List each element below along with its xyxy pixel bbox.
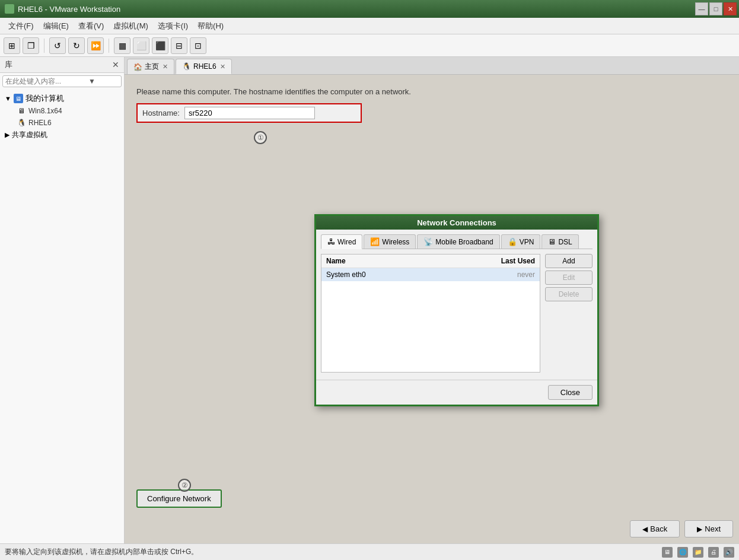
status-text: 要将输入定向到该虚拟机，请在虚拟机内部单击或按 Ctrl+G。 xyxy=(5,547,198,557)
main-layout: 库 ✕ ▼ ▼ 🖥 我的计算机 🖥 Win8.1x64 🐧 RHEL6 xyxy=(0,57,739,543)
home-tab-close[interactable]: ✕ xyxy=(163,63,168,71)
toolbar-btn-5[interactable]: ⏩ xyxy=(87,37,104,54)
toolbar-btn-4[interactable]: ↻ xyxy=(68,37,85,54)
close-dialog-button[interactable]: Close xyxy=(548,385,593,400)
configure-network-area: ② Configure Network xyxy=(136,489,222,508)
app-icon xyxy=(5,4,14,14)
statusbar-right: 🖥 🌐 📁 🖨 🔊 xyxy=(662,547,734,558)
vpn-tab-label: VPN xyxy=(520,238,534,246)
hostname-input[interactable] xyxy=(184,107,315,119)
step-circle-2: ② xyxy=(178,479,191,492)
list-header: Name Last Used xyxy=(321,254,540,268)
net-tab-dsl[interactable]: 🖥 DSL xyxy=(541,234,578,249)
back-label: Back xyxy=(650,524,667,533)
toolbar-btn-2[interactable]: ❐ xyxy=(23,37,39,54)
rhel6-label: RHEL6 xyxy=(28,119,52,127)
sidebar-children: 🖥 Win8.1x64 🐧 RHEL6 xyxy=(2,105,122,129)
back-button[interactable]: ◀ Back xyxy=(630,520,680,537)
window-controls: — □ ✕ xyxy=(695,2,737,15)
content-area: 🏠 主页 ✕ 🐧 RHEL6 ✕ Please name this comput… xyxy=(125,57,739,543)
dsl-tab-label: DSL xyxy=(558,238,572,246)
expand-arrow-icon: ▼ xyxy=(5,95,11,102)
net-tab-vpn[interactable]: 🔒 VPN xyxy=(501,234,541,249)
hostname-section: Please name this computer. The hostname … xyxy=(136,87,727,123)
network-list-area: Name Last Used System eth0 never Add xyxy=(321,254,593,373)
sidebar-item-rhel6[interactable]: 🐧 RHEL6 xyxy=(14,117,122,129)
sidebar-close-button[interactable]: ✕ xyxy=(112,60,119,69)
sidebar: 库 ✕ ▼ ▼ 🖥 我的计算机 🖥 Win8.1x64 🐧 RHEL6 xyxy=(0,57,125,543)
toolbar-btn-6[interactable]: ▦ xyxy=(114,37,130,54)
sidebar-search-input[interactable] xyxy=(5,77,88,85)
sidebar-title: 库 xyxy=(5,59,12,70)
col-used-header: Last Used xyxy=(488,257,535,265)
menubar: 文件(F) 编辑(E) 查看(V) 虚拟机(M) 选项卡(I) 帮助(H) xyxy=(0,18,739,34)
tabs-bar: 🏠 主页 ✕ 🐧 RHEL6 ✕ xyxy=(125,57,739,75)
configure-network-button[interactable]: Configure Network xyxy=(136,489,222,508)
network-list: Name Last Used System eth0 never xyxy=(321,254,540,373)
toolbar-btn-8[interactable]: ⬛ xyxy=(152,37,168,54)
connection-last-used: never xyxy=(488,271,535,279)
hostname-label: Hostname: xyxy=(142,109,180,117)
rhel-tab-icon: 🐧 xyxy=(182,62,191,71)
sidebar-item-my-computer[interactable]: ▼ 🖥 我的计算机 xyxy=(2,92,122,105)
toolbar: ⊞ ❐ ↺ ↻ ⏩ ▦ ⬜ ⬛ ⊟ ⊡ xyxy=(0,34,739,57)
delete-connection-button[interactable]: Delete xyxy=(545,287,593,301)
back-icon: ◀ xyxy=(642,525,648,533)
status-icon-5: 🔊 xyxy=(724,547,734,558)
maximize-button[interactable]: □ xyxy=(709,2,722,15)
wireless-tab-label: Wireless xyxy=(382,238,409,246)
net-tab-wired[interactable]: 🖧 Wired xyxy=(321,234,362,249)
window-title: RHEL6 - VMware Workstation xyxy=(18,5,120,14)
toolbar-btn-10[interactable]: ⊡ xyxy=(190,37,206,54)
col-name-header: Name xyxy=(326,257,488,265)
wired-tab-icon: 🖧 xyxy=(327,237,335,246)
wired-tab-label: Wired xyxy=(337,238,356,246)
network-action-buttons: Add Edit Delete xyxy=(545,254,593,373)
rhel-tab-label: RHEL6 xyxy=(193,62,216,71)
rhel-tab-close[interactable]: ✕ xyxy=(220,63,225,71)
hostname-description: Please name this computer. The hostname … xyxy=(136,87,727,97)
next-icon: ▶ xyxy=(697,525,702,533)
edit-connection-button[interactable]: Edit xyxy=(545,271,593,285)
statusbar: 要将输入定向到该虚拟机，请在虚拟机内部单击或按 Ctrl+G。 🖥 🌐 📁 🖨 … xyxy=(0,543,739,560)
toolbar-btn-1[interactable]: ⊞ xyxy=(4,37,20,54)
menu-view[interactable]: 查看(V) xyxy=(74,20,109,33)
my-computer-label: 我的计算机 xyxy=(26,93,64,104)
tab-home[interactable]: 🏠 主页 ✕ xyxy=(127,59,174,74)
status-icon-1: 🖥 xyxy=(662,547,673,558)
sidebar-header: 库 ✕ xyxy=(0,57,124,73)
toolbar-btn-7[interactable]: ⬜ xyxy=(133,37,149,54)
menu-edit[interactable]: 编辑(E) xyxy=(39,20,74,33)
minimize-button[interactable]: — xyxy=(695,2,708,15)
sidebar-tree: ▼ 🖥 我的计算机 🖥 Win8.1x64 🐧 RHEL6 ▶ 共享虚拟机 xyxy=(0,90,124,543)
menu-vm[interactable]: 虚拟机(M) xyxy=(109,20,153,33)
net-tab-wireless[interactable]: 📶 Wireless xyxy=(364,234,416,249)
sidebar-search: ▼ xyxy=(2,75,122,87)
home-tab-icon: 🏠 xyxy=(133,63,142,71)
vm-content: Please name this computer. The hostname … xyxy=(125,75,739,543)
connection-row[interactable]: System eth0 never xyxy=(321,268,540,281)
network-connections-dialog: Network Connections 🖧 Wired 📶 Wireless xyxy=(314,214,599,406)
shared-expand-icon: ▶ xyxy=(5,131,9,139)
next-button[interactable]: ▶ Next xyxy=(684,520,733,537)
dialog-content: 🖧 Wired 📶 Wireless 📡 Mobile Broadband xyxy=(316,230,597,377)
dialog-footer: Close xyxy=(316,380,597,405)
toolbar-btn-9[interactable]: ⊟ xyxy=(171,37,187,54)
close-button[interactable]: ✕ xyxy=(724,2,737,15)
menu-help[interactable]: 帮助(H) xyxy=(193,20,228,33)
search-dropdown-icon[interactable]: ▼ xyxy=(88,77,95,85)
net-tab-mobile[interactable]: 📡 Mobile Broadband xyxy=(417,234,499,249)
tab-rhel6[interactable]: 🐧 RHEL6 ✕ xyxy=(176,59,232,74)
add-connection-button[interactable]: Add xyxy=(545,254,593,268)
status-icon-2: 🌐 xyxy=(677,547,688,558)
menu-tabs[interactable]: 选项卡(I) xyxy=(153,20,193,33)
mobile-tab-label: Mobile Broadband xyxy=(435,238,493,246)
menu-file[interactable]: 文件(F) xyxy=(4,20,39,33)
wireless-tab-icon: 📶 xyxy=(370,237,380,246)
sidebar-item-shared[interactable]: ▶ 共享虚拟机 xyxy=(2,129,122,141)
shared-label: 共享虚拟机 xyxy=(12,130,47,140)
sidebar-item-win8[interactable]: 🖥 Win8.1x64 xyxy=(14,105,122,117)
toolbar-btn-3[interactable]: ↺ xyxy=(49,37,66,54)
vm-icon-win: 🖥 xyxy=(17,106,26,116)
footer-navigation: ◀ Back ▶ Next xyxy=(630,520,733,537)
